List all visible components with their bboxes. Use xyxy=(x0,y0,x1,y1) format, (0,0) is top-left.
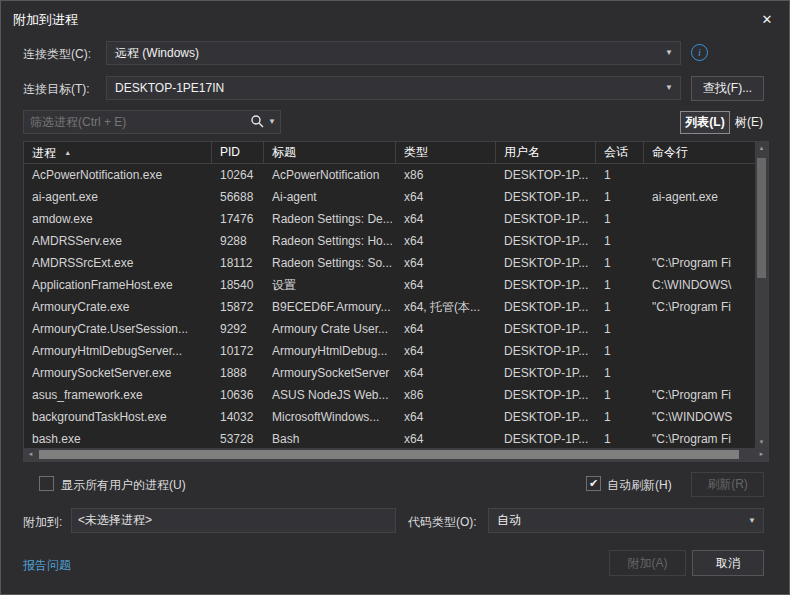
cell-type: x64 xyxy=(396,318,496,340)
column-header-session[interactable]: 会话 xyxy=(596,142,644,163)
info-icon[interactable]: i xyxy=(691,44,708,61)
cell-session: 1 xyxy=(596,318,644,340)
scroll-up-icon[interactable]: ▲ xyxy=(755,142,768,155)
horizontal-scrollbar-thumb[interactable] xyxy=(39,450,739,459)
cell-cmdline xyxy=(644,318,757,340)
chevron-down-icon[interactable]: ▼ xyxy=(268,117,276,126)
table-row[interactable]: ai-agent.exe 56688 Ai-agent x64 DESKTOP-… xyxy=(24,186,757,208)
cell-pid: 15872 xyxy=(212,296,264,318)
table-row[interactable]: ArmouryHtmlDebugServer... 10172 ArmouryH… xyxy=(24,340,757,362)
cell-cmdline xyxy=(644,164,757,186)
scroll-right-icon[interactable]: ► xyxy=(755,448,768,461)
table-row[interactable]: AMDRSServ.exe 9288 Radeon Settings: Ho..… xyxy=(24,230,757,252)
cell-pid: 18540 xyxy=(212,274,264,296)
column-header-cmdline[interactable]: 命令行 xyxy=(644,142,757,163)
dialog-title: 附加到进程 xyxy=(13,11,78,29)
cell-process: ArmourySocketServer.exe xyxy=(24,362,212,384)
auto-refresh-checkbox[interactable]: ✔ xyxy=(586,476,601,491)
table-row[interactable]: amdow.exe 17476 Radeon Settings: De... x… xyxy=(24,208,757,230)
cell-type: x86 xyxy=(396,164,496,186)
cell-process: AcPowerNotification.exe xyxy=(24,164,212,186)
cancel-button[interactable]: 取消 xyxy=(692,550,764,576)
cell-session: 1 xyxy=(596,384,644,406)
cell-username: DESKTOP-1P... xyxy=(496,186,596,208)
code-type-select[interactable]: 自动 ▼ xyxy=(488,508,764,533)
cell-type: x64 xyxy=(396,406,496,428)
column-header-title[interactable]: 标题 xyxy=(264,142,396,163)
cell-cmdline: "C:\Program Fi xyxy=(644,296,757,318)
vertical-scrollbar[interactable]: ▲ ▼ xyxy=(755,142,768,449)
cell-session: 1 xyxy=(596,296,644,318)
cell-cmdline xyxy=(644,208,757,230)
cell-process: ArmouryCrate.exe xyxy=(24,296,212,318)
cell-process: ArmouryCrate.UserSession... xyxy=(24,318,212,340)
table-row[interactable]: AMDRSSrcExt.exe 18112 Radeon Settings: S… xyxy=(24,252,757,274)
cell-process: asus_framework.exe xyxy=(24,384,212,406)
connection-type-value: 远程 (Windows) xyxy=(115,46,199,60)
view-list-button[interactable]: 列表(L) xyxy=(680,111,730,134)
cell-type: x64 xyxy=(396,230,496,252)
column-header-process[interactable]: 进程 ▲ xyxy=(24,142,212,163)
column-header-pid[interactable]: PID xyxy=(212,142,264,163)
cell-pid: 10636 xyxy=(212,384,264,406)
show-all-users-checkbox[interactable] xyxy=(39,476,54,491)
table-row[interactable]: AcPowerNotification.exe 10264 AcPowerNot… xyxy=(24,164,757,186)
cell-pid: 56688 xyxy=(212,186,264,208)
report-problem-link[interactable]: 报告问题 xyxy=(23,557,71,574)
view-tree-button[interactable]: 树(E) xyxy=(732,111,766,134)
cell-process: amdow.exe xyxy=(24,208,212,230)
cell-username: DESKTOP-1P... xyxy=(496,208,596,230)
cell-type: x86 xyxy=(396,384,496,406)
cell-pid: 14032 xyxy=(212,406,264,428)
cell-title: B9ECED6F.Armoury... xyxy=(264,296,396,318)
table-row[interactable]: asus_framework.exe 10636 ASUS NodeJS Web… xyxy=(24,384,757,406)
connection-target-value: DESKTOP-1PE17IN xyxy=(115,81,224,95)
cell-session: 1 xyxy=(596,406,644,428)
column-header-type[interactable]: 类型 xyxy=(396,142,496,163)
cell-session: 1 xyxy=(596,340,644,362)
cell-cmdline: C:\WINDOWS\ xyxy=(644,274,757,296)
cell-title: Radeon Settings: So... xyxy=(264,252,396,274)
cell-type: x64 xyxy=(396,252,496,274)
connection-target-select[interactable]: DESKTOP-1PE17IN ▼ xyxy=(106,76,681,100)
cell-session: 1 xyxy=(596,362,644,384)
table-row[interactable]: ArmouryCrate.UserSession... 9292 Armoury… xyxy=(24,318,757,340)
cell-title: ASUS NodeJS Web... xyxy=(264,384,396,406)
cell-cmdline: ai-agent.exe xyxy=(644,186,757,208)
cell-username: DESKTOP-1P... xyxy=(496,384,596,406)
close-icon[interactable]: ✕ xyxy=(753,8,781,32)
find-button[interactable]: 查找(F)... xyxy=(691,76,764,101)
table-row[interactable]: ArmourySocketServer.exe 1888 ArmourySock… xyxy=(24,362,757,384)
table-row[interactable]: backgroundTaskHost.exe 14032 MicrosoftWi… xyxy=(24,406,757,428)
cell-cmdline xyxy=(644,362,757,384)
cell-title: 设置 xyxy=(264,274,396,296)
cell-process: AMDRSServ.exe xyxy=(24,230,212,252)
code-type-value: 自动 xyxy=(497,513,521,527)
table-row[interactable]: ArmouryCrate.exe 15872 B9ECED6F.Armoury.… xyxy=(24,296,757,318)
chevron-down-icon: ▼ xyxy=(665,42,673,64)
table-row[interactable]: ApplicationFrameHost.exe 18540 设置 x64 DE… xyxy=(24,274,757,296)
scroll-left-icon[interactable]: ◄ xyxy=(24,448,37,461)
cell-username: DESKTOP-1P... xyxy=(496,230,596,252)
attach-button[interactable]: 附加(A) xyxy=(609,550,686,576)
table-row[interactable]: bash.exe 53728 Bash x64 DESKTOP-1P... 1 … xyxy=(24,428,757,450)
refresh-button[interactable]: 刷新(R) xyxy=(691,472,764,497)
connection-target-label: 连接目标(T): xyxy=(23,81,90,97)
vertical-scrollbar-thumb[interactable] xyxy=(757,158,766,278)
cell-process: bash.exe xyxy=(24,428,212,450)
cell-process: AMDRSSrcExt.exe xyxy=(24,252,212,274)
cell-username: DESKTOP-1P... xyxy=(496,340,596,362)
cell-process: ArmouryHtmlDebugServer... xyxy=(24,340,212,362)
column-header-username[interactable]: 用户名 xyxy=(496,142,596,163)
attach-to-field[interactable] xyxy=(71,508,396,533)
horizontal-scrollbar[interactable]: ◄ ► xyxy=(24,448,768,461)
cell-process: ApplicationFrameHost.exe xyxy=(24,274,212,296)
search-icon[interactable] xyxy=(250,114,264,128)
cell-type: x64 xyxy=(396,208,496,230)
process-filter-input[interactable] xyxy=(30,112,235,132)
cell-cmdline: "C:\Program Fi xyxy=(644,384,757,406)
connection-type-select[interactable]: 远程 (Windows) ▼ xyxy=(106,41,681,65)
chevron-down-icon: ▼ xyxy=(748,509,756,532)
process-table-body: AcPowerNotification.exe 10264 AcPowerNot… xyxy=(24,164,757,450)
attach-to-process-dialog: 附加到进程 ✕ 连接类型(C): 远程 (Windows) ▼ i 连接目标(T… xyxy=(0,0,790,595)
